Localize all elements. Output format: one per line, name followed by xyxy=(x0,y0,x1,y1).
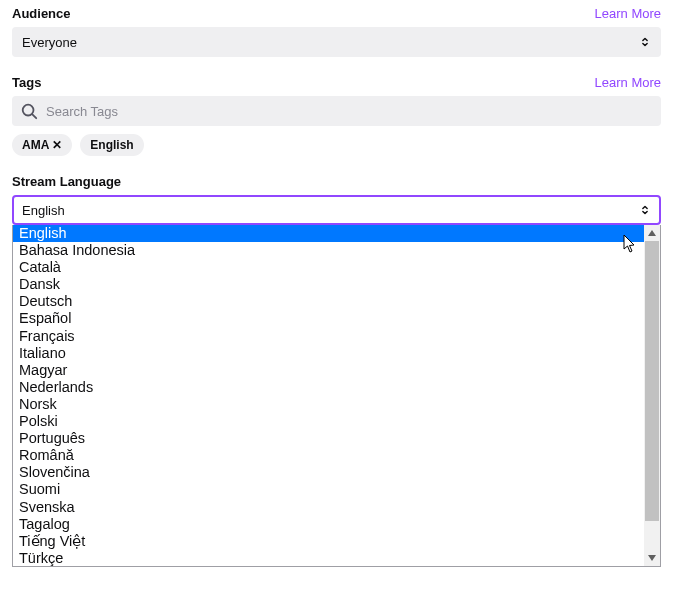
language-option[interactable]: Nederlands xyxy=(13,379,644,396)
audience-header: Audience Learn More xyxy=(12,6,661,21)
tags-learn-more-link[interactable]: Learn More xyxy=(595,75,661,90)
audience-select[interactable]: Everyone xyxy=(12,27,661,57)
audience-value: Everyone xyxy=(22,35,77,50)
tag-pill-ama[interactable]: AMA ✕ xyxy=(12,134,72,156)
tag-label: AMA xyxy=(22,138,49,152)
language-option[interactable]: Bahasa Indonesia xyxy=(13,242,644,259)
language-option[interactable]: Română xyxy=(13,447,644,464)
search-icon xyxy=(20,102,38,120)
scrollbar-down-arrow[interactable] xyxy=(644,550,660,566)
language-option[interactable]: Tiếng Việt xyxy=(13,533,644,550)
language-option[interactable]: Dansk xyxy=(13,276,644,293)
close-icon[interactable]: ✕ xyxy=(52,138,62,152)
scrollbar-thumb[interactable] xyxy=(645,241,659,521)
tag-row: AMA ✕ English xyxy=(12,134,661,156)
tags-search-box[interactable] xyxy=(12,96,661,126)
tags-label: Tags xyxy=(12,75,41,90)
tags-section: Tags Learn More AMA ✕ English xyxy=(12,75,661,156)
tag-pill-english[interactable]: English xyxy=(80,134,143,156)
language-option[interactable]: Português xyxy=(13,430,644,447)
updown-icon xyxy=(639,203,651,217)
language-option[interactable]: English xyxy=(13,225,644,242)
tags-header: Tags Learn More xyxy=(12,75,661,90)
language-option[interactable]: Suomi xyxy=(13,481,644,498)
updown-icon xyxy=(639,35,651,49)
stream-language-select[interactable]: English xyxy=(12,195,661,225)
language-option[interactable]: Polski xyxy=(13,413,644,430)
language-option-list[interactable]: EnglishBahasa IndonesiaCatalàDanskDeutsc… xyxy=(13,225,644,566)
svg-point-0 xyxy=(23,105,34,116)
language-option[interactable]: Français xyxy=(13,328,644,345)
language-option[interactable]: Italiano xyxy=(13,345,644,362)
audience-label: Audience xyxy=(12,6,71,21)
language-option[interactable]: Slovenčina xyxy=(13,464,644,481)
language-option[interactable]: Svenska xyxy=(13,499,644,516)
language-option[interactable]: Español xyxy=(13,310,644,327)
stream-language-section: Stream Language English EnglishBahasa In… xyxy=(12,174,661,567)
language-option[interactable]: Tagalog xyxy=(13,516,644,533)
tag-label: English xyxy=(90,138,133,152)
audience-section: Audience Learn More Everyone xyxy=(12,6,661,57)
language-option[interactable]: Türkçe xyxy=(13,550,644,566)
stream-language-value: English xyxy=(22,203,65,218)
language-option[interactable]: Norsk xyxy=(13,396,644,413)
stream-language-header: Stream Language xyxy=(12,174,661,189)
scrollbar[interactable] xyxy=(644,225,660,566)
language-option[interactable]: Magyar xyxy=(13,362,644,379)
language-option[interactable]: Català xyxy=(13,259,644,276)
stream-language-dropdown: EnglishBahasa IndonesiaCatalàDanskDeutsc… xyxy=(12,225,661,567)
svg-line-1 xyxy=(33,115,37,119)
scrollbar-up-arrow[interactable] xyxy=(644,225,660,241)
language-option[interactable]: Deutsch xyxy=(13,293,644,310)
stream-language-label: Stream Language xyxy=(12,174,121,189)
tags-search-input[interactable] xyxy=(46,104,653,119)
audience-learn-more-link[interactable]: Learn More xyxy=(595,6,661,21)
